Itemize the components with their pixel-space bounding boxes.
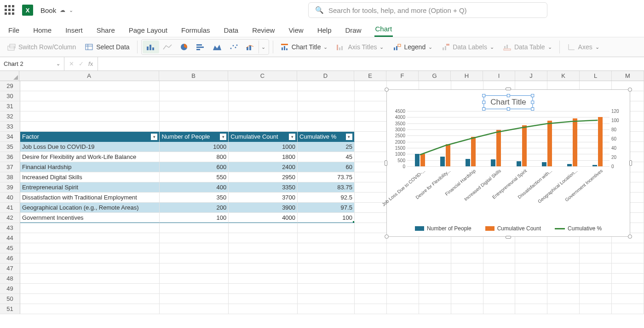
row-header[interactable]: 38 (0, 172, 20, 182)
cell[interactable] (419, 274, 451, 284)
cell[interactable] (229, 274, 298, 284)
row-header[interactable]: 42 (0, 213, 20, 223)
cell[interactable] (355, 172, 387, 182)
row-header[interactable]: 30 (0, 91, 20, 101)
row-header[interactable]: 35 (0, 142, 20, 152)
row-header[interactable]: 33 (0, 122, 20, 132)
cell[interactable] (580, 243, 612, 253)
fx-icon[interactable]: fx (88, 60, 93, 67)
cell[interactable] (612, 304, 644, 314)
row-header[interactable]: 40 (0, 193, 20, 203)
cell[interactable] (20, 284, 160, 294)
cell[interactable] (355, 193, 387, 203)
cell[interactable]: Desire for Flexibility and Work-Life Bal… (20, 152, 160, 162)
cell[interactable] (515, 274, 547, 284)
cell[interactable] (355, 274, 387, 284)
cell[interactable]: 400 (160, 182, 229, 193)
cell[interactable] (160, 91, 229, 101)
cell[interactable] (387, 274, 419, 284)
cell[interactable] (298, 253, 355, 264)
cell[interactable] (355, 223, 387, 233)
cell[interactable] (515, 304, 547, 314)
name-box[interactable]: Chart 2 ⌄ (0, 57, 64, 71)
chart-title[interactable]: Chart Title (483, 95, 533, 109)
cell[interactable]: 1000 (229, 142, 298, 152)
cell[interactable] (515, 294, 547, 304)
spreadsheet-grid[interactable]: ABCDEFGHIJKLM 293031323334Factor▾Number … (0, 71, 644, 328)
tab-help[interactable]: Help (316, 24, 333, 37)
cell[interactable] (547, 304, 580, 314)
cell[interactable]: Geographical Location (e.g., Remote Area… (20, 203, 160, 213)
cell[interactable] (355, 284, 387, 294)
cell[interactable] (547, 264, 580, 274)
column-header[interactable]: I (483, 71, 515, 81)
cell[interactable] (515, 253, 547, 264)
cell[interactable] (387, 284, 419, 294)
switch-row-column-button[interactable]: Switch Row/Column (4, 41, 80, 53)
accept-formula-icon[interactable]: ✓ (79, 60, 84, 67)
cell[interactable] (298, 111, 355, 122)
tab-draw[interactable]: Draw (344, 24, 362, 37)
cell[interactable] (160, 284, 229, 294)
cell[interactable] (515, 243, 547, 253)
cell[interactable] (419, 284, 451, 294)
cell[interactable] (355, 294, 387, 304)
cell[interactable] (387, 304, 419, 314)
search-input[interactable]: 🔍 Search for tools, help, and more (Opti… (308, 2, 547, 18)
cell[interactable] (355, 111, 387, 122)
cell[interactable] (483, 294, 516, 304)
cell[interactable]: Entrepreneurial Spirit (20, 182, 160, 193)
row-header[interactable]: 46 (0, 253, 20, 264)
cell[interactable]: Cumulative %▾ (298, 132, 355, 142)
data-table-dropdown[interactable]: Data Table⌄ (500, 41, 556, 53)
cell[interactable] (298, 81, 355, 91)
axis-titles-dropdown[interactable]: Axis Titles⌄ (333, 41, 387, 53)
cell[interactable]: 1800 (229, 152, 298, 162)
cell[interactable] (355, 264, 387, 274)
cancel-formula-icon[interactable]: ✕ (69, 60, 74, 67)
tab-formulas[interactable]: Formulas (180, 24, 211, 37)
chart-type-more-button[interactable]: ⌄ (259, 41, 268, 53)
cell[interactable] (298, 243, 355, 253)
cell[interactable] (387, 243, 419, 253)
cell[interactable] (547, 253, 580, 264)
cell[interactable] (387, 294, 419, 304)
cell[interactable] (355, 122, 387, 132)
cell[interactable]: 25 (298, 142, 355, 152)
resize-handle[interactable] (385, 88, 389, 92)
cell[interactable] (160, 122, 229, 132)
chart-line-series[interactable] (407, 111, 610, 166)
cell[interactable] (419, 243, 451, 253)
cell[interactable] (612, 253, 644, 264)
tab-share[interactable]: Share (96, 24, 116, 37)
formula-input[interactable] (98, 57, 644, 71)
row-header[interactable]: 32 (0, 111, 20, 122)
cell[interactable] (229, 101, 298, 111)
cell[interactable] (580, 274, 612, 284)
cell[interactable] (355, 152, 387, 162)
tab-review[interactable]: Review (251, 24, 276, 37)
cell[interactable] (20, 111, 160, 122)
tab-data[interactable]: Data (223, 24, 240, 37)
row-header[interactable]: 31 (0, 101, 20, 111)
chart-type-combo-icon[interactable] (242, 41, 259, 53)
resize-handle[interactable] (506, 236, 511, 239)
cell[interactable]: 3700 (229, 193, 298, 203)
chart-type-area-icon[interactable] (209, 41, 225, 53)
filter-dropdown-icon[interactable]: ▾ (346, 134, 352, 140)
cell[interactable] (20, 304, 160, 314)
cell[interactable] (483, 264, 516, 274)
cell[interactable] (612, 274, 644, 284)
column-header[interactable]: B (159, 71, 228, 81)
cell[interactable] (298, 284, 355, 294)
filter-dropdown-icon[interactable]: ▾ (151, 134, 157, 140)
cell[interactable] (160, 253, 229, 264)
column-header[interactable]: J (515, 71, 547, 81)
cell[interactable] (160, 274, 229, 284)
cell[interactable] (580, 304, 612, 314)
cell[interactable] (547, 284, 580, 294)
row-header[interactable]: 51 (0, 304, 20, 314)
cell[interactable] (451, 253, 483, 264)
cell[interactable] (229, 253, 298, 264)
cell[interactable]: Financial Hardship (20, 162, 160, 172)
